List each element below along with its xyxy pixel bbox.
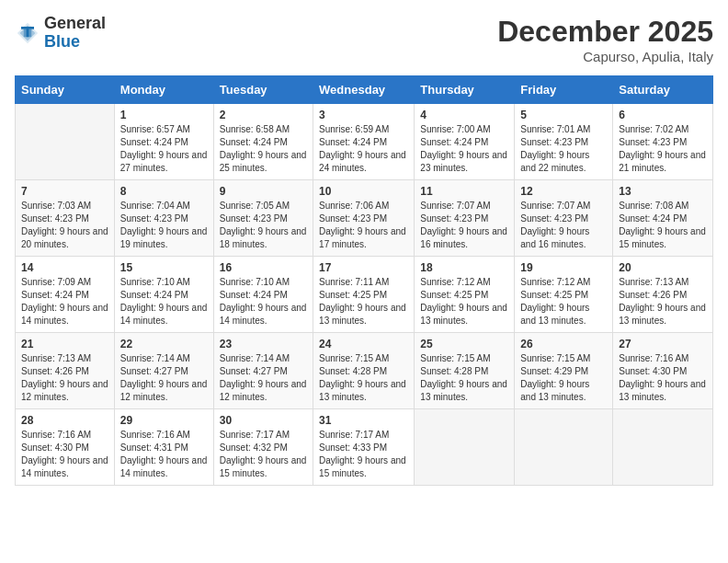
month-year: December 2025 (497, 15, 713, 49)
calendar-cell: 19Sunrise: 7:12 AMSunset: 4:25 PMDayligh… (515, 257, 613, 333)
day-number: 26 (520, 338, 607, 350)
day-number: 17 (319, 261, 408, 274)
logo-text: General Blue (44, 15, 106, 52)
calendar-cell: 31Sunrise: 7:17 AMSunset: 4:33 PMDayligh… (313, 409, 415, 486)
calendar-cell: 26Sunrise: 7:15 AMSunset: 4:29 PMDayligh… (515, 333, 613, 409)
calendar-cell: 9Sunrise: 7:05 AMSunset: 4:23 PMDaylight… (213, 180, 313, 257)
title-block: December 2025 Capurso, Apulia, Italy (497, 15, 713, 64)
day-number: 15 (120, 261, 208, 274)
calendar-cell: 29Sunrise: 7:16 AMSunset: 4:31 PMDayligh… (114, 409, 213, 486)
calendar-cell: 2Sunrise: 6:58 AMSunset: 4:24 PMDaylight… (213, 104, 313, 180)
day-number: 7 (21, 185, 108, 198)
day-info: Sunrise: 7:04 AMSunset: 4:23 PMDaylight:… (120, 200, 208, 251)
logo-icon (15, 20, 40, 46)
page-header: General Blue December 2025 Capurso, Apul… (15, 15, 713, 64)
calendar-cell: 10Sunrise: 7:06 AMSunset: 4:23 PMDayligh… (313, 180, 415, 257)
day-info: Sunrise: 7:17 AMSunset: 4:32 PMDaylight:… (220, 429, 307, 480)
calendar-cell: 13Sunrise: 7:08 AMSunset: 4:24 PMDayligh… (613, 180, 713, 257)
calendar-cell: 7Sunrise: 7:03 AMSunset: 4:23 PMDaylight… (16, 180, 115, 257)
calendar-cell: 6Sunrise: 7:02 AMSunset: 4:23 PMDaylight… (613, 104, 713, 180)
day-number: 19 (520, 261, 607, 274)
day-info: Sunrise: 7:16 AMSunset: 4:30 PMDaylight:… (21, 429, 108, 480)
day-number: 16 (220, 261, 307, 274)
weekday-header-saturday: Saturday (613, 76, 713, 104)
calendar-week-4: 21Sunrise: 7:13 AMSunset: 4:26 PMDayligh… (16, 333, 713, 409)
day-info: Sunrise: 7:09 AMSunset: 4:24 PMDaylight:… (21, 276, 108, 327)
day-number: 27 (619, 338, 707, 350)
calendar-cell: 4Sunrise: 7:00 AMSunset: 4:24 PMDaylight… (415, 104, 515, 180)
weekday-header-tuesday: Tuesday (213, 76, 313, 104)
calendar-cell: 12Sunrise: 7:07 AMSunset: 4:23 PMDayligh… (515, 180, 613, 257)
calendar-cell: 21Sunrise: 7:13 AMSunset: 4:26 PMDayligh… (16, 333, 115, 409)
day-number: 5 (520, 109, 607, 121)
calendar-cell: 28Sunrise: 7:16 AMSunset: 4:30 PMDayligh… (16, 409, 115, 486)
day-info: Sunrise: 7:16 AMSunset: 4:31 PMDaylight:… (120, 429, 208, 480)
calendar-cell: 11Sunrise: 7:07 AMSunset: 4:23 PMDayligh… (415, 180, 515, 257)
day-info: Sunrise: 7:14 AMSunset: 4:27 PMDaylight:… (120, 352, 208, 404)
calendar-cell (415, 409, 515, 486)
calendar-cell: 24Sunrise: 7:15 AMSunset: 4:28 PMDayligh… (313, 333, 415, 409)
day-info: Sunrise: 7:11 AMSunset: 4:25 PMDaylight:… (319, 276, 408, 327)
day-info: Sunrise: 7:03 AMSunset: 4:23 PMDaylight:… (21, 200, 108, 251)
weekday-header-friday: Friday (515, 76, 613, 104)
weekday-header-monday: Monday (114, 76, 213, 104)
day-info: Sunrise: 6:58 AMSunset: 4:24 PMDaylight:… (220, 123, 307, 175)
calendar-cell: 5Sunrise: 7:01 AMSunset: 4:23 PMDaylight… (515, 104, 613, 180)
day-number: 28 (21, 414, 108, 427)
day-info: Sunrise: 7:10 AMSunset: 4:24 PMDaylight:… (120, 276, 208, 327)
day-info: Sunrise: 7:07 AMSunset: 4:23 PMDaylight:… (420, 200, 508, 251)
day-number: 24 (319, 338, 408, 350)
day-number: 1 (120, 109, 208, 121)
day-number: 20 (619, 261, 707, 274)
location: Capurso, Apulia, Italy (497, 49, 713, 64)
calendar-cell (613, 409, 713, 486)
calendar-cell: 22Sunrise: 7:14 AMSunset: 4:27 PMDayligh… (114, 333, 213, 409)
day-info: Sunrise: 7:16 AMSunset: 4:30 PMDaylight:… (619, 352, 707, 404)
day-info: Sunrise: 7:17 AMSunset: 4:33 PMDaylight:… (319, 429, 408, 480)
weekday-header-wednesday: Wednesday (313, 76, 415, 104)
day-info: Sunrise: 7:08 AMSunset: 4:24 PMDaylight:… (619, 200, 707, 251)
day-number: 13 (619, 185, 707, 198)
day-number: 6 (619, 109, 707, 121)
day-info: Sunrise: 7:00 AMSunset: 4:24 PMDaylight:… (420, 123, 508, 175)
day-number: 25 (420, 338, 508, 350)
day-info: Sunrise: 7:15 AMSunset: 4:28 PMDaylight:… (420, 352, 508, 404)
day-info: Sunrise: 7:13 AMSunset: 4:26 PMDaylight:… (619, 276, 707, 327)
day-number: 9 (220, 185, 307, 198)
day-number: 30 (220, 414, 307, 427)
day-number: 23 (220, 338, 307, 350)
day-info: Sunrise: 7:12 AMSunset: 4:25 PMDaylight:… (520, 276, 607, 327)
calendar-cell: 18Sunrise: 7:12 AMSunset: 4:25 PMDayligh… (415, 257, 515, 333)
day-info: Sunrise: 7:06 AMSunset: 4:23 PMDaylight:… (319, 200, 408, 251)
calendar-cell: 1Sunrise: 6:57 AMSunset: 4:24 PMDaylight… (114, 104, 213, 180)
day-info: Sunrise: 7:13 AMSunset: 4:26 PMDaylight:… (21, 352, 108, 404)
calendar-cell: 27Sunrise: 7:16 AMSunset: 4:30 PMDayligh… (613, 333, 713, 409)
day-number: 22 (120, 338, 208, 350)
day-info: Sunrise: 7:07 AMSunset: 4:23 PMDaylight:… (520, 200, 607, 251)
day-number: 14 (21, 261, 108, 274)
day-number: 4 (420, 109, 508, 121)
day-number: 2 (220, 109, 307, 121)
weekday-header-thursday: Thursday (415, 76, 515, 104)
calendar-header-row: SundayMondayTuesdayWednesdayThursdayFrid… (16, 76, 713, 104)
calendar-table: SundayMondayTuesdayWednesdayThursdayFrid… (15, 75, 713, 486)
day-number: 3 (319, 109, 408, 121)
day-info: Sunrise: 7:12 AMSunset: 4:25 PMDaylight:… (420, 276, 508, 327)
calendar-week-3: 14Sunrise: 7:09 AMSunset: 4:24 PMDayligh… (16, 257, 713, 333)
calendar-cell: 15Sunrise: 7:10 AMSunset: 4:24 PMDayligh… (114, 257, 213, 333)
calendar-cell: 16Sunrise: 7:10 AMSunset: 4:24 PMDayligh… (213, 257, 313, 333)
logo: General Blue (15, 15, 106, 52)
calendar-cell: 3Sunrise: 6:59 AMSunset: 4:24 PMDaylight… (313, 104, 415, 180)
day-info: Sunrise: 7:14 AMSunset: 4:27 PMDaylight:… (220, 352, 307, 404)
day-number: 31 (319, 414, 408, 427)
day-number: 10 (319, 185, 408, 198)
day-number: 12 (520, 185, 607, 198)
calendar-cell: 25Sunrise: 7:15 AMSunset: 4:28 PMDayligh… (415, 333, 515, 409)
day-info: Sunrise: 7:01 AMSunset: 4:23 PMDaylight:… (520, 123, 607, 175)
calendar-cell (515, 409, 613, 486)
calendar-cell: 30Sunrise: 7:17 AMSunset: 4:32 PMDayligh… (213, 409, 313, 486)
calendar-week-5: 28Sunrise: 7:16 AMSunset: 4:30 PMDayligh… (16, 409, 713, 486)
weekday-header-sunday: Sunday (16, 76, 115, 104)
calendar-cell: 20Sunrise: 7:13 AMSunset: 4:26 PMDayligh… (613, 257, 713, 333)
calendar-cell: 8Sunrise: 7:04 AMSunset: 4:23 PMDaylight… (114, 180, 213, 257)
